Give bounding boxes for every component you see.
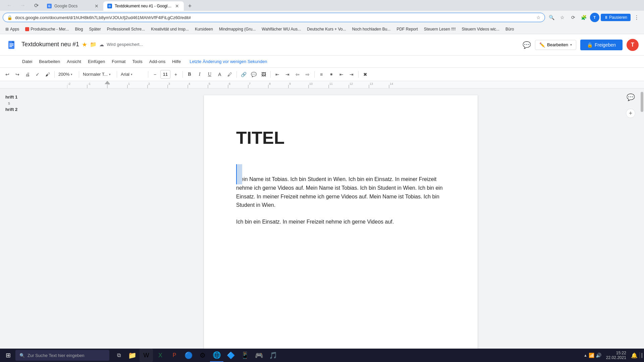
bookmark-pro[interactable]: Professionell Schre... [104, 25, 148, 33]
taskbar-explorer[interactable]: 📁 [125, 349, 139, 362]
style-select[interactable]: Normaler T... ▾ [81, 70, 115, 79]
bookmark-steuern2[interactable]: Steuern Videos wic... [459, 25, 502, 33]
taskview-button[interactable]: ⧉ [113, 349, 125, 362]
bookmark-deutsch[interactable]: Deutsche Kurs + Vo... [304, 25, 348, 33]
menu-datei[interactable]: Datei [19, 57, 36, 66]
sidebar-item-hrift2[interactable]: hrift 2 [3, 106, 58, 113]
bookmark-wahl[interactable]: Wahlfächer WU Aus... [259, 25, 304, 33]
taskbar-app5[interactable]: 🔵 [182, 349, 195, 362]
taskbar-app8[interactable]: 📱 [238, 349, 252, 362]
sidebar-item-s[interactable]: s [3, 100, 58, 106]
start-button[interactable]: ⊞ [1, 349, 15, 362]
bookmark-apps[interactable]: ⊞ Apps [3, 25, 22, 33]
menu-format[interactable]: Format [108, 57, 129, 66]
bookmark-pdf[interactable]: PDF Report [394, 25, 420, 33]
bookmark-noch[interactable]: Noch hochladen Bu... [350, 25, 393, 33]
taskbar-notifications[interactable]: ▲ 📶 🔊 [584, 353, 601, 358]
add-comment-button[interactable]: + [626, 109, 635, 118]
move-to-folder-button[interactable]: 📁 [90, 41, 97, 48]
pause-button[interactable]: ⏸ Pausieren [601, 14, 631, 21]
show-desktop-button[interactable]: | [640, 352, 643, 358]
new-tab-button[interactable]: + [185, 1, 195, 11]
numbered-list-button[interactable]: ≡ [317, 70, 326, 79]
taskbar-edge[interactable]: 🔷 [224, 349, 237, 362]
menu-addons[interactable]: Add-ons [146, 57, 169, 66]
bold-button[interactable]: B [185, 70, 194, 79]
taskbar-spotify[interactable]: 🎵 [266, 349, 280, 362]
taskbar-app9[interactable]: 🎮 [252, 349, 266, 362]
text-color-button[interactable]: A [215, 70, 224, 79]
reload-button[interactable]: ⟳ [30, 0, 43, 11]
scrollbar-thumb[interactable] [641, 92, 643, 112]
bookmark-kursideen[interactable]: Kursideen [192, 25, 216, 33]
edit-mode-button[interactable]: ✏️ Bearbeiten ▾ [535, 40, 576, 50]
extension-icon[interactable]: 🧩 [579, 13, 589, 22]
indent-decrease-button[interactable]: ⇤ [337, 70, 346, 79]
taskbar-powerpoint[interactable]: P [168, 349, 181, 362]
tab-close-active-button[interactable]: ✕ [174, 3, 180, 9]
image-button[interactable]: 🖼 [259, 70, 268, 79]
italic-button[interactable]: I [195, 70, 204, 79]
last-change[interactable]: Letzte Änderung vor wenigen Sekunden [190, 59, 267, 64]
redo-button[interactable]: ↪ [13, 70, 22, 79]
tab-docs-active[interactable]: D Textdokument neu #1 - Google ... ✕ [103, 1, 184, 11]
bookmark-kreat[interactable]: Kreativität und Insp... [148, 25, 192, 33]
notification-center-icon[interactable]: 🔔 [631, 352, 638, 359]
bookmark-produktsuche[interactable]: Produktsuche - Mer... [22, 25, 71, 33]
link-button[interactable]: 🔗 [239, 70, 248, 79]
back-button[interactable]: ← [3, 0, 16, 11]
up-icon[interactable]: ▲ [584, 353, 587, 357]
align-right-button[interactable]: ⇦ [293, 70, 302, 79]
bookmark-mindmap[interactable]: Mindmapping (Gru... [216, 25, 258, 33]
align-center-button[interactable]: ⇥ [283, 70, 292, 79]
taskbar-chrome[interactable]: 🌐 [210, 349, 223, 362]
align-justify-button[interactable]: ⇨ [303, 70, 312, 79]
print-button[interactable]: 🖨 [23, 70, 32, 79]
indent-increase-button[interactable]: ⇥ [347, 70, 356, 79]
align-left-button[interactable]: ⇤ [273, 70, 282, 79]
underline-button[interactable]: U [205, 70, 214, 79]
star-button[interactable]: ★ [82, 41, 87, 48]
taskbar-word[interactable]: W [140, 349, 153, 362]
user-avatar[interactable]: T [627, 39, 639, 51]
forward-button[interactable]: → [16, 0, 30, 11]
doc-body[interactable]: Mein Name ist Tobias. Ich bin Student in… [236, 175, 445, 226]
highlight-button[interactable]: 🖊 [225, 70, 234, 79]
sync-icon[interactable]: ⟳ [569, 13, 578, 22]
font-size-increase[interactable]: + [171, 70, 180, 79]
font-select[interactable]: Arial ▾ [119, 70, 146, 79]
bullet-list-button[interactable]: ⁕ [327, 70, 336, 79]
font-size-decrease[interactable]: − [150, 70, 160, 79]
taskbar-excel[interactable]: X [154, 349, 167, 362]
clear-format-button[interactable]: ✖ [361, 70, 370, 79]
bookmark-steuern1[interactable]: Steuern Lesen !!!! [421, 25, 459, 33]
taskbar-app6[interactable]: ⚙ [196, 349, 209, 362]
address-bar[interactable]: 🔒 docs.google.com/document/d/1hUH8k6h7Lb… [3, 13, 545, 22]
comments-panel-button[interactable]: 💬 [625, 91, 637, 103]
undo-button[interactable]: ↩ [3, 70, 12, 79]
menu-bearbeiten[interactable]: Bearbeiten [36, 57, 63, 66]
scrollbar[interactable] [640, 88, 644, 349]
bookmark-blog[interactable]: Blog [72, 25, 86, 33]
comment-button[interactable]: 💬 [249, 70, 258, 79]
profile-button[interactable]: T [590, 13, 599, 22]
taskbar-clock[interactable]: 15:22 22.02.2021 [603, 351, 629, 360]
share-button[interactable]: 🔒 Freigeben [580, 40, 623, 50]
menu-hilfe[interactable]: Hilfe [169, 57, 184, 66]
comment-icon[interactable]: 💬 [523, 41, 531, 49]
zoom-select[interactable]: 200% ▾ [57, 70, 77, 79]
address-text[interactable]: docs.google.com/document/d/1hUH8k6h7Lb8y… [15, 15, 534, 20]
tab-google-docs[interactable]: G Google Docs ✕ [43, 1, 103, 11]
font-size-input[interactable] [160, 70, 170, 79]
menu-tools[interactable]: Tools [129, 57, 146, 66]
menu-ansicht[interactable]: Ansicht [63, 57, 85, 66]
copy-format-button[interactable]: 🖌 [43, 70, 52, 79]
bookmark-buro[interactable]: Büro [503, 25, 517, 33]
sidebar-item-hrift1[interactable]: hrift 1 [3, 94, 58, 100]
menu-einfuegen[interactable]: Einfügen [85, 57, 108, 66]
bookmark-star-icon[interactable]: ☆ [536, 15, 541, 20]
bookmark-later[interactable]: Später [86, 25, 103, 33]
search-bar[interactable]: 🔍 Zur Suche Text hier eingeben [15, 350, 109, 361]
zoom-icon[interactable]: 🔍 [547, 13, 556, 22]
spell-check-button[interactable]: ✓ [33, 70, 42, 79]
